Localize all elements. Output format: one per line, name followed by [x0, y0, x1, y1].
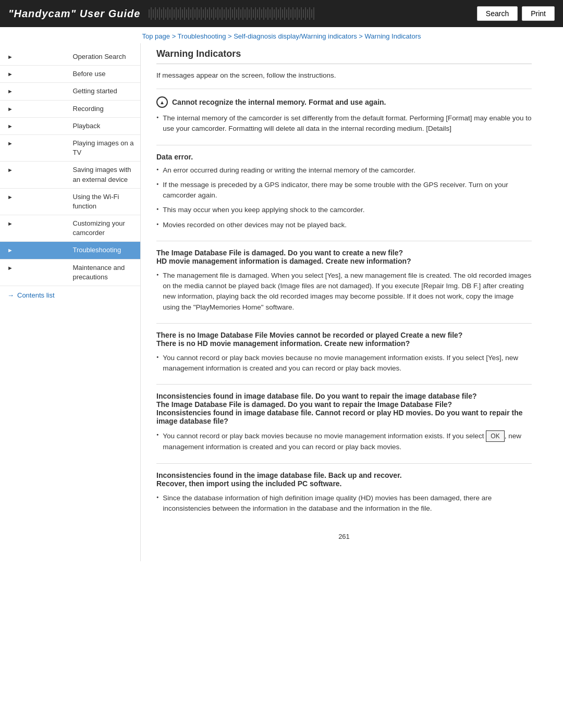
- contents-list-link[interactable]: → Contents list: [0, 286, 140, 304]
- bullet-text: This may occur when you keep applying sh…: [163, 205, 364, 215]
- sidebar-item-label: Customizing your camcorder: [73, 219, 136, 238]
- sidebar-item-getting-started[interactable]: ► Getting started: [0, 83, 140, 100]
- bullet-text: If the message is preceded by a GPS indi…: [163, 180, 532, 201]
- list-item: ● Since the database information of high…: [156, 493, 532, 514]
- bullet-icon: ●: [156, 495, 158, 500]
- arrow-icon: ►: [7, 220, 70, 228]
- contents-list-label: Contents list: [17, 291, 55, 299]
- arrow-icon: ►: [7, 53, 70, 61]
- warning-icon: ▲: [156, 96, 168, 108]
- sidebar-item-label: Saving images with an external device: [73, 165, 136, 184]
- main-content: Warning Indicators If messages appear on…: [141, 43, 547, 561]
- sidebar-item-operation-search[interactable]: ► Operation Search: [0, 48, 140, 66]
- sidebar-item-label: Recording: [73, 104, 136, 114]
- sidebar-item-before-use[interactable]: ► Before use: [0, 66, 140, 83]
- bullet-icon: ●: [156, 181, 158, 187]
- data-error-title: Data error.: [156, 153, 532, 161]
- arrow-icon: ►: [7, 70, 70, 78]
- sidebar-item-wi-fi[interactable]: ► Using the Wi-Fi function: [0, 189, 140, 215]
- section-cannot-recognize: ▲ Cannot recognize the internal memory. …: [156, 89, 532, 143]
- bullet-text: You cannot record or play back movies be…: [163, 353, 532, 374]
- bullet-icon: ●: [156, 167, 158, 172]
- list-item: ● The management file is damaged. When y…: [156, 270, 532, 313]
- arrow-icon: ►: [7, 264, 70, 272]
- list-item: ● The internal memory of the camcorder i…: [156, 113, 532, 134]
- bullet-text: Movies recorded on other devices may not…: [163, 220, 347, 230]
- bullet-list-backup-recover: ● Since the database information of high…: [156, 493, 532, 514]
- bullet-text: The internal memory of the camcorder is …: [163, 113, 532, 134]
- section-title-inconsistencies: Inconsistencies found in image database …: [156, 392, 532, 425]
- breadcrumb-troubleshooting[interactable]: Troubleshooting: [178, 32, 226, 40]
- list-item: ● Movies recorded on other devices may n…: [156, 220, 532, 230]
- breadcrumb-self-diagnosis[interactable]: Self-diagnosis display/Warning indicator…: [234, 32, 357, 40]
- arrow-icon: ►: [7, 122, 70, 130]
- bullet-icon: ●: [156, 272, 158, 278]
- header-buttons: Search Print: [477, 6, 555, 21]
- bullet-icon: ●: [156, 221, 158, 227]
- arrow-icon: ►: [7, 246, 70, 254]
- breadcrumb-sep2: >: [228, 32, 234, 40]
- page-title: Warning Indicators: [156, 48, 532, 64]
- arrow-icon: ►: [7, 105, 70, 113]
- section-title-text: There is no Image Database File Movies c…: [156, 331, 462, 348]
- print-button[interactable]: Print: [522, 6, 555, 21]
- section-title-text: Cannot recognize the internal memory. Fo…: [172, 98, 386, 106]
- section-title-text: Inconsistencies found in image database …: [156, 392, 532, 425]
- sidebar-item-saving-images[interactable]: ► Saving images with an external device: [0, 162, 140, 188]
- sidebar-item-label: Getting started: [73, 87, 136, 96]
- sidebar-item-label: Using the Wi-Fi function: [73, 192, 136, 211]
- sidebar-item-playback[interactable]: ► Playback: [0, 118, 140, 135]
- header: "Handycam" User Guide Search Prin: [0, 0, 563, 27]
- sidebar-item-label: Before use: [73, 69, 136, 79]
- section-title-backup-recover: Inconsistencies found in the image datab…: [156, 471, 532, 488]
- header-pattern: [149, 0, 468, 27]
- sidebar-item-customizing[interactable]: ► Customizing your camcorder: [0, 215, 140, 242]
- breadcrumb: Top page > Troubleshooting > Self-diagno…: [0, 27, 563, 43]
- section-title-text: Inconsistencies found in the image datab…: [156, 471, 402, 488]
- sidebar-item-label: Playback: [73, 121, 136, 131]
- sidebar-item-label: Playing images on a TV: [73, 139, 136, 157]
- breadcrumb-top[interactable]: Top page: [142, 32, 170, 40]
- list-item: ● You cannot record or play back movies …: [156, 353, 532, 374]
- bullet-text: The management file is damaged. When you…: [163, 270, 532, 313]
- list-item: ● If the message is preceded by a GPS in…: [156, 180, 532, 201]
- page-number: 261: [156, 533, 532, 540]
- sidebar-item-label: Maintenance and precautions: [73, 263, 136, 282]
- sidebar-item-recording[interactable]: ► Recording: [0, 101, 140, 118]
- intro-text: If messages appear on the screen, follow…: [156, 71, 532, 79]
- section-image-db-damaged: The Image Database File is damaged. Do y…: [156, 241, 532, 321]
- arrow-icon: ►: [7, 193, 70, 201]
- bullet-text: An error occurred during reading or writ…: [163, 165, 415, 176]
- section-backup-recover: Inconsistencies found in the image datab…: [156, 463, 532, 523]
- arrow-icon: ►: [7, 88, 70, 95]
- list-item: ● An error occurred during reading or wr…: [156, 165, 532, 176]
- sidebar-item-troubleshooting[interactable]: ► Troubleshooting: [0, 242, 140, 259]
- breadcrumb-sep3: >: [359, 32, 364, 40]
- section-data-error: Data error. ● An error occurred during r…: [156, 145, 532, 239]
- layout: ► Operation Search ► Before use ► Gettin…: [0, 43, 563, 561]
- section-title-cannot-recognize: ▲ Cannot recognize the internal memory. …: [156, 96, 532, 108]
- bullet-list-inconsistencies: ● You cannot record or play back movies …: [156, 430, 532, 452]
- search-button[interactable]: Search: [477, 6, 518, 21]
- section-title-image-db: The Image Database File is damaged. Do y…: [156, 249, 532, 265]
- app-title: "Handycam" User Guide: [8, 8, 140, 20]
- ok-button: OK: [486, 430, 504, 442]
- breadcrumb-sep1: >: [172, 32, 178, 40]
- bullet-list-cannot-recognize: ● The internal memory of the camcorder i…: [156, 113, 532, 134]
- list-item: ● This may occur when you keep applying …: [156, 205, 532, 215]
- section-title-no-image-db: There is no Image Database File Movies c…: [156, 331, 532, 348]
- bullet-icon: ●: [156, 206, 158, 212]
- arrow-icon: ►: [7, 166, 70, 174]
- sidebar: ► Operation Search ► Before use ► Gettin…: [0, 43, 141, 561]
- sidebar-item-playing-images-tv[interactable]: ► Playing images on a TV: [0, 135, 140, 162]
- list-item: ● You cannot record or play back movies …: [156, 430, 532, 452]
- pattern-bar: [149, 0, 314, 27]
- section-no-image-db: There is no Image Database File Movies c…: [156, 323, 532, 382]
- arrow-icon: ►: [7, 140, 70, 147]
- bullet-list-image-db: ● The management file is damaged. When y…: [156, 270, 532, 313]
- breadcrumb-current: Warning Indicators: [365, 32, 421, 40]
- arrow-right-icon: →: [7, 291, 14, 299]
- bullet-list-no-image-db: ● You cannot record or play back movies …: [156, 353, 532, 374]
- bullet-icon: ●: [156, 115, 158, 120]
- sidebar-item-maintenance[interactable]: ► Maintenance and precautions: [0, 260, 140, 286]
